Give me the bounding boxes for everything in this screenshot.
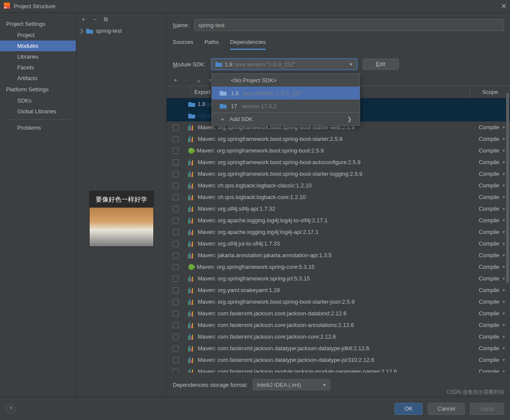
dependency-row[interactable]: Maven: org.apache.logging.log4j:log4j-ap… <box>167 226 510 238</box>
chevron-right-icon: ❯ <box>80 28 84 34</box>
sidebar-item-modules[interactable]: Modules <box>0 40 76 51</box>
apply-button[interactable]: Apply <box>470 403 504 415</box>
dependency-label: Maven: ch.qos.logback:logback-core:1.2.1… <box>198 194 306 200</box>
tab-dependencies[interactable]: Dependencies <box>230 39 266 50</box>
tab-sources[interactable]: Sources <box>173 39 193 50</box>
dependency-row[interactable]: Maven: org.apache.logging.log4j:log4j-to… <box>167 215 510 226</box>
scope-cell[interactable]: Compile ▼ <box>479 124 506 131</box>
export-checkbox[interactable] <box>173 276 179 282</box>
remove-icon[interactable]: － <box>184 76 190 84</box>
dependency-row[interactable]: Maven: org.springframework.boot:spring-b… <box>167 296 510 308</box>
add-icon[interactable]: ＋ <box>81 16 86 23</box>
dependency-row[interactable]: Maven: com.fasterxml.jackson.datatype:ja… <box>167 354 510 366</box>
dependency-row[interactable]: Maven: com.fasterxml.jackson.core:jackso… <box>167 319 510 331</box>
sdk-option-none[interactable]: <No Project SDK> <box>212 74 360 87</box>
help-button[interactable]: ? <box>6 404 16 414</box>
copy-icon[interactable]: ⧉ <box>104 16 108 23</box>
sdk-option-1-8[interactable]: 1.8 java version "1.8.0_152" <box>212 87 360 100</box>
remove-icon[interactable]: － <box>92 16 98 23</box>
export-checkbox[interactable] <box>173 194 179 200</box>
add-icon[interactable]: ＋ <box>173 76 178 84</box>
scope-cell[interactable]: Compile ▼ <box>479 345 506 352</box>
dependency-row[interactable]: Maven: com.fasterxml.jackson.core:jackso… <box>167 331 510 342</box>
scope-cell[interactable]: Compile ▼ <box>479 159 506 165</box>
ok-button[interactable]: OK <box>395 403 423 415</box>
export-checkbox[interactable] <box>173 334 179 340</box>
export-checkbox[interactable] <box>173 206 179 212</box>
scope-cell[interactable]: Compile ▼ <box>479 217 506 224</box>
dependency-row[interactable]: Maven: org.springframework.boot:spring-b… <box>167 145 510 156</box>
sidebar-item-project[interactable]: Project <box>0 30 76 40</box>
scrollbar-thumb[interactable] <box>506 93 509 283</box>
scope-cell[interactable]: Compile ▼ <box>479 264 506 270</box>
dependency-row[interactable]: Maven: org.slf4j:jul-to-slf4j:1.7.33Comp… <box>167 238 510 249</box>
export-checkbox[interactable] <box>173 159 179 165</box>
dependency-row[interactable]: Maven: ch.qos.logback:logback-classic:1.… <box>167 180 510 191</box>
scope-cell[interactable]: Compile ▼ <box>479 147 506 154</box>
sidebar-item-libraries[interactable]: Libraries <box>0 51 76 62</box>
scope-cell[interactable]: Compile ▼ <box>479 299 506 305</box>
sidebar-item-artifacts[interactable]: Artifacts <box>0 73 76 84</box>
scope-cell[interactable]: Compile ▼ <box>479 136 506 142</box>
export-checkbox[interactable] <box>173 229 179 235</box>
module-name-input[interactable] <box>194 19 504 31</box>
export-checkbox[interactable] <box>173 148 179 154</box>
scope-header[interactable]: Scope <box>470 86 510 98</box>
sidebar-item-problems[interactable]: Problems <box>0 122 76 133</box>
export-checkbox[interactable] <box>173 264 179 270</box>
scope-cell[interactable]: Compile ▼ <box>479 194 506 200</box>
move-up-icon[interactable]: ▲ <box>196 77 202 84</box>
dependency-row[interactable]: Maven: ch.qos.logback:logback-core:1.2.1… <box>167 191 510 203</box>
export-checkbox[interactable] <box>173 252 179 258</box>
export-checkbox[interactable] <box>173 136 179 142</box>
export-checkbox[interactable] <box>173 299 179 305</box>
edit-sdk-button[interactable]: Edit <box>363 59 399 70</box>
scope-cell[interactable]: Compile ▼ <box>479 333 506 340</box>
export-checkbox[interactable] <box>173 345 179 352</box>
scope-cell[interactable]: Compile ▼ <box>479 182 506 189</box>
scope-cell[interactable]: Compile ▼ <box>479 322 506 328</box>
export-checkbox[interactable] <box>173 171 179 177</box>
sidebar-item-sdks[interactable]: SDKs <box>0 95 76 106</box>
scope-cell[interactable]: Compile ▼ <box>479 252 506 258</box>
dependency-row[interactable]: Maven: org.yaml:snakeyaml:1.28Compile ▼ <box>167 284 510 296</box>
scope-cell[interactable]: Compile ▼ <box>479 240 506 247</box>
dependency-row[interactable]: Maven: org.springframework.boot:spring-b… <box>167 156 510 168</box>
dependency-row[interactable]: Maven: org.springframework:spring-jcl:5.… <box>167 273 510 284</box>
scope-cell[interactable]: Compile ▼ <box>479 171 506 177</box>
export-checkbox[interactable] <box>173 124 179 131</box>
sdk-option-add[interactable]: ＋ Add SDK ❯ <box>212 112 360 125</box>
scope-cell[interactable]: Compile ▼ <box>479 275 506 282</box>
sidebar-item-facets[interactable]: Facets <box>0 62 76 73</box>
scope-cell[interactable]: Compile ▼ <box>479 368 506 373</box>
scope-cell[interactable]: Compile ▼ <box>479 310 506 317</box>
scope-cell[interactable]: Compile ▼ <box>479 287 506 293</box>
export-checkbox[interactable] <box>173 218 179 224</box>
scope-cell[interactable]: Compile ▼ <box>479 357 506 363</box>
export-checkbox[interactable] <box>173 322 179 328</box>
export-checkbox[interactable] <box>173 241 179 247</box>
dependency-row[interactable]: Maven: com.fasterxml.jackson.datatype:ja… <box>167 342 510 354</box>
dependency-row[interactable]: Maven: org.springframework.boot:spring-b… <box>167 168 510 180</box>
export-checkbox[interactable] <box>173 287 179 293</box>
dependency-row[interactable]: Maven: com.fasterxml.jackson.module:jack… <box>167 366 510 373</box>
storage-format-combo[interactable]: IntelliJ IDEA (.iml) ▼ <box>253 379 330 390</box>
export-checkbox[interactable] <box>173 369 179 373</box>
scope-cell[interactable]: Compile ▼ <box>479 229 506 235</box>
tab-paths[interactable]: Paths <box>205 39 219 50</box>
dependency-row[interactable]: Maven: org.springframework.boot:spring-b… <box>167 133 510 145</box>
dependency-row[interactable]: Maven: org.springframework:spring-core:5… <box>167 261 510 273</box>
module-sdk-combo[interactable]: 1.8 java version "1.8.0_152" ▼ <box>211 58 358 70</box>
export-checkbox[interactable] <box>173 311 179 317</box>
cancel-button[interactable]: Cancel <box>428 403 465 415</box>
dependency-row[interactable]: Maven: org.slf4j:slf4j-api:1.7.32Compile… <box>167 203 510 215</box>
export-checkbox[interactable] <box>173 183 179 189</box>
sdk-option-17[interactable]: 17 version 17.0.2 <box>212 100 360 112</box>
sidebar-item-global-libraries[interactable]: Global Libraries <box>0 106 76 117</box>
close-icon[interactable]: ✕ <box>501 2 507 10</box>
scope-cell[interactable]: Compile ▼ <box>479 205 506 212</box>
dependency-row[interactable]: Maven: com.fasterxml.jackson.core:jackso… <box>167 308 510 319</box>
export-checkbox[interactable] <box>173 357 179 363</box>
tree-node-module[interactable]: ❯ spring-test <box>76 26 166 36</box>
dependency-row[interactable]: Maven: jakarta.annotation:jakarta.annota… <box>167 249 510 261</box>
